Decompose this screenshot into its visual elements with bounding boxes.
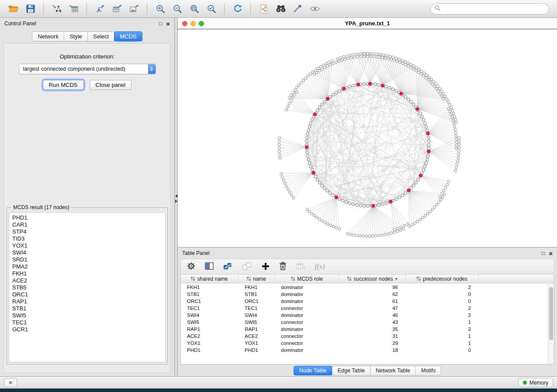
close-icon[interactable]: × xyxy=(166,21,170,27)
refresh-button[interactable] xyxy=(229,2,246,16)
tab-network-table[interactable]: Network Table xyxy=(370,366,416,375)
optimization-criterion-label: Optimization criterion: xyxy=(4,53,170,60)
cell-shared-name: SWI4 xyxy=(181,313,239,318)
export-network-icon xyxy=(95,4,105,13)
table-row[interactable]: RAP1RAP1dominator352 xyxy=(181,326,548,333)
close-panel-button[interactable]: Close panel xyxy=(90,80,132,90)
mcds-result-item[interactable]: CAR1 xyxy=(12,221,162,228)
export-table-button[interactable] xyxy=(109,2,125,16)
import-table-button[interactable] xyxy=(66,2,82,16)
column-header-predecessor-nodes[interactable]: predecessor nodes xyxy=(406,275,479,283)
table-row[interactable]: TEC1TEC1connector472 xyxy=(181,305,548,312)
mac-close-button[interactable] xyxy=(182,21,187,26)
cell-name: ORC1 xyxy=(239,299,275,304)
table-settings-button[interactable] xyxy=(186,261,196,272)
column-label: shared name xyxy=(197,276,228,282)
mcds-result-item[interactable]: YOX1 xyxy=(12,242,162,249)
export-network-button[interactable] xyxy=(92,2,108,16)
find-button[interactable] xyxy=(273,2,289,16)
mcds-result-item[interactable]: PHD1 xyxy=(12,214,162,221)
run-mcds-button[interactable]: Run MCDS xyxy=(43,80,84,90)
column-header-MCDS-role[interactable]: MCDS role xyxy=(275,275,339,283)
float-icon[interactable]: □ xyxy=(542,251,545,256)
network-canvas[interactable] xyxy=(178,29,557,247)
mcds-result-item[interactable]: ORC1 xyxy=(12,291,162,298)
cell-predecessor-nodes: 2 xyxy=(406,313,479,318)
table-row[interactable]: STB1STB1dominator620 xyxy=(181,291,548,298)
function-builder-button[interactable]: f(x) xyxy=(315,262,325,271)
mcds-result-item[interactable]: STP4 xyxy=(12,228,162,235)
show-columns-button[interactable] xyxy=(204,261,214,272)
criterion-dropdown[interactable]: largest connected component (undirected) xyxy=(19,64,156,74)
delete-table-button[interactable] xyxy=(295,262,307,272)
table-row[interactable]: FKH1FKH1dominator962 xyxy=(181,284,548,291)
column-header-successor-nodes[interactable]: successor nodes▾ xyxy=(339,275,406,283)
mac-minimize-button[interactable] xyxy=(190,21,196,26)
table-scrollbar[interactable] xyxy=(548,284,554,364)
mcds-result-list[interactable]: PHD1CAR1STP4TID3YOX1SWI4SRD1PMA2FKH1ACE2… xyxy=(9,212,166,362)
table-row[interactable]: SWI4SWI4dominator462 xyxy=(181,312,548,319)
tab-node-table[interactable]: Node Table xyxy=(294,366,332,375)
show-hide-button[interactable] xyxy=(307,2,323,16)
open-file-button[interactable] xyxy=(5,2,21,16)
memory-button[interactable]: Memory xyxy=(518,378,553,387)
splitter-collapse-handles[interactable] xyxy=(175,194,177,203)
tab-style[interactable]: Style xyxy=(64,31,88,41)
add-column-button[interactable] xyxy=(261,261,270,272)
vertical-splitter[interactable] xyxy=(175,18,178,376)
search-box[interactable] xyxy=(430,3,549,14)
cell-successor-nodes: 62 xyxy=(339,292,406,297)
save-button[interactable] xyxy=(22,2,38,16)
column-header-shared-name[interactable]: shared name xyxy=(181,275,239,283)
table-row[interactable]: ORC1ORC1dominator610 xyxy=(181,298,548,305)
zoom-in-button[interactable] xyxy=(152,2,168,16)
toolbar-separator xyxy=(224,3,225,14)
float-icon[interactable]: □ xyxy=(159,21,162,26)
mcds-result-item[interactable]: TID3 xyxy=(12,235,162,242)
mcds-result-item[interactable]: STB5 xyxy=(12,284,162,291)
zoom-out-button[interactable] xyxy=(169,2,185,16)
mcds-result-item[interactable]: SWI5 xyxy=(12,312,162,319)
cell-name: RAP1 xyxy=(239,327,275,332)
export-image-button[interactable] xyxy=(126,2,142,16)
table-row[interactable]: PHD1PHD1dominator180 xyxy=(181,347,548,354)
mcds-result-item[interactable]: SRD1 xyxy=(12,256,162,263)
mcds-result-item[interactable]: TEC1 xyxy=(12,319,162,326)
tab-network[interactable]: Network xyxy=(32,31,64,41)
cell-MCDS-role: connector xyxy=(275,334,339,339)
menu-button[interactable]: ≡ xyxy=(4,378,17,387)
zoom-selected-button[interactable] xyxy=(203,2,219,16)
delete-column-button[interactable] xyxy=(278,261,287,272)
import-network-button[interactable] xyxy=(48,2,65,16)
mcds-result-item[interactable]: GCR1 xyxy=(12,326,162,333)
tab-edge-table[interactable]: Edge Table xyxy=(332,366,370,375)
tab-select[interactable]: Select xyxy=(87,31,114,41)
deselect-all-button[interactable] xyxy=(242,261,253,272)
cell-predecessor-nodes: 0 xyxy=(406,347,479,353)
tab-motifs[interactable]: Motifs xyxy=(415,366,441,375)
menu-icon: ≡ xyxy=(9,379,12,386)
zoom-fit-button[interactable] xyxy=(186,2,202,16)
cell-shared-name: TEC1 xyxy=(181,306,239,311)
mcds-result-item[interactable]: ACE2 xyxy=(12,277,162,284)
mcds-result-item[interactable]: PMA2 xyxy=(12,263,162,270)
graphics-details-icon xyxy=(293,4,303,13)
mcds-result-item[interactable]: FKH1 xyxy=(12,270,162,277)
table-row[interactable]: ACE2ACE2connector311 xyxy=(181,333,548,340)
mcds-result-item[interactable]: STB1 xyxy=(12,305,162,312)
graphics-details-button[interactable] xyxy=(290,2,306,16)
table-row[interactable]: SWI5SWI5connector431 xyxy=(181,319,548,326)
document-button[interactable] xyxy=(256,2,272,16)
mac-zoom-button[interactable] xyxy=(199,21,204,26)
memory-label: Memory xyxy=(529,380,548,386)
close-icon[interactable]: × xyxy=(549,250,553,257)
column-header-name[interactable]: name xyxy=(239,275,275,283)
scrollbar-thumb[interactable] xyxy=(549,287,553,340)
table-row[interactable]: YOX1YOX1connector291 xyxy=(181,340,548,347)
tab-mcds[interactable]: MCDS xyxy=(114,31,142,41)
search-input[interactable] xyxy=(443,6,545,12)
select-all-button[interactable] xyxy=(222,261,234,272)
mcds-result-item[interactable]: RAP1 xyxy=(12,298,162,305)
control-panel-tabs: NetworkStyleSelectMCDS xyxy=(0,31,174,41)
mcds-result-item[interactable]: SWI4 xyxy=(12,249,162,256)
